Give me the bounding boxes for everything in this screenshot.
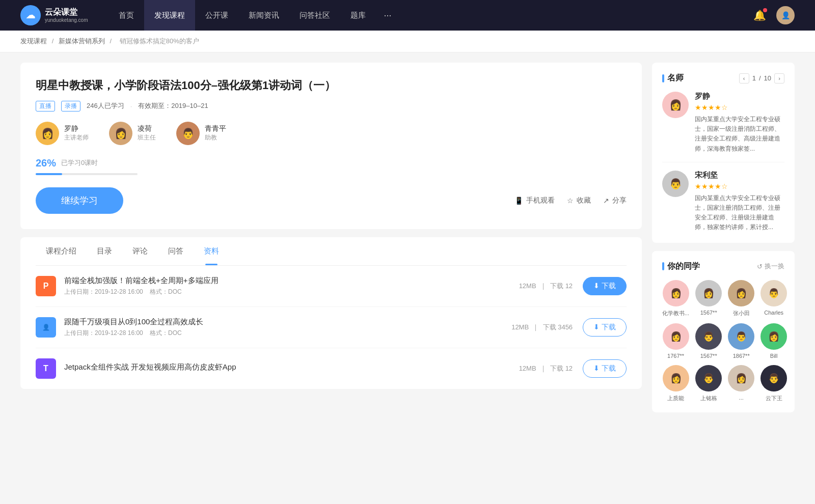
course-title: 明星中教授课，小学阶段语法100分–强化级第1讲动词（一） xyxy=(36,78,627,94)
classmate-9[interactable]: 👩 上质能 xyxy=(662,365,689,402)
teacher-stars-2: ★★★★☆ xyxy=(695,182,784,190)
classmate-5[interactable]: 👩 1767** xyxy=(662,323,689,359)
progress-bar-fill xyxy=(36,173,62,175)
teacher-2-role: 班主任 xyxy=(138,133,156,142)
classmate-12[interactable]: 👨 云下王 xyxy=(760,365,787,402)
classmate-name-9: 上质能 xyxy=(662,395,689,402)
classmate-avatar-8: 👩 xyxy=(760,323,787,350)
share-label: 分享 xyxy=(612,196,627,205)
resource-name-3: Jetpack全组件实战 开发短视频应用高仿皮皮虾App xyxy=(64,362,519,372)
teacher-profile-2: 👨 宋利坚 ★★★★☆ 国内某重点大学安全工程专业硕士，国家注册消防工程师、注册… xyxy=(662,171,784,233)
nav-discover[interactable]: 发现课程 xyxy=(144,0,195,31)
right-panel: 名师 ‹ 1 / 10 › 👩 罗静 ★★★★☆ 国内某重点大学安全工程专业硕士… xyxy=(652,63,795,412)
progress-label: 已学习0课时 xyxy=(61,158,98,167)
teacher-2-name: 凌荷 xyxy=(138,124,156,133)
nav-more[interactable]: ··· xyxy=(376,0,400,31)
resource-stats-3: 12MB ｜ 下载 12 xyxy=(519,364,573,373)
teacher-1: 👩 罗静 主讲老师 xyxy=(36,122,89,145)
classmate-avatar-2: 👩 xyxy=(695,280,722,306)
students-count: 246人已学习 xyxy=(87,101,124,110)
teachers-row: 👩 罗静 主讲老师 👩 凌荷 班主任 👨 青青平 xyxy=(36,122,627,145)
breadcrumb-series[interactable]: 新媒体营销系列 xyxy=(59,37,105,45)
teacher-profile-avatar-2: 👨 xyxy=(662,171,689,197)
logo-icon: ☁ xyxy=(20,5,41,25)
teacher-profile-avatar-1: 👩 xyxy=(662,92,689,118)
classmates-grid: 👩 化学教书... 👩 1567** 👩 张小田 👨 Charles 👩 xyxy=(662,280,784,402)
classmate-10[interactable]: 👨 上铭栋 xyxy=(695,365,722,402)
tab-intro[interactable]: 课程介绍 xyxy=(36,237,87,265)
nav-open[interactable]: 公开课 xyxy=(195,0,238,31)
nav-news[interactable]: 新闻资讯 xyxy=(238,0,289,31)
refresh-label: 换一换 xyxy=(765,262,784,271)
notification-dot xyxy=(763,8,767,12)
teacher-desc-2: 国内某重点大学安全工程专业硕士，国家注册消防工程师、注册安全工程师、注册级注册建… xyxy=(695,193,784,233)
tab-review[interactable]: 评论 xyxy=(122,237,158,265)
classmate-1[interactable]: 👩 化学教书... xyxy=(662,280,689,317)
breadcrumb: 发现课程 / 新媒体营销系列 / 销冠修炼术搞定80%的客户 xyxy=(0,31,815,52)
classmate-8[interactable]: 👩 Bill xyxy=(760,323,787,359)
teacher-3: 👨 青青平 助教 xyxy=(176,122,226,145)
classmate-avatar-6: 👨 xyxy=(695,323,722,350)
prev-page-btn[interactable]: ‹ xyxy=(739,73,749,83)
tab-qa[interactable]: 问答 xyxy=(158,237,194,265)
resource-stats-1: 12MB ｜ 下载 12 xyxy=(519,282,573,291)
user-avatar[interactable]: 👤 xyxy=(776,6,795,24)
classmate-11[interactable]: 👩 ... xyxy=(728,365,754,402)
course-meta: 直播 录播 246人已学习 · 有效期至：2019–10–21 xyxy=(36,101,627,111)
classmate-4[interactable]: 👨 Charles xyxy=(760,280,787,317)
notification-bell[interactable]: 🔔 xyxy=(753,9,766,21)
download-btn-2[interactable]: ⬇ 下载 xyxy=(583,318,627,337)
collect-link[interactable]: ☆ 收藏 xyxy=(567,196,591,205)
classmate-avatar-7: 👨 xyxy=(728,323,754,350)
classmate-name-6: 1567** xyxy=(695,353,722,359)
page-current: 1 xyxy=(752,74,756,82)
breadcrumb-discover[interactable]: 发现课程 xyxy=(20,37,47,45)
header-right: 🔔 👤 xyxy=(753,6,795,24)
teachers-section-header: 名师 ‹ 1 / 10 › xyxy=(662,73,784,83)
refresh-classmates-btn[interactable]: ↺ 换一换 xyxy=(757,262,784,271)
next-page-btn[interactable]: › xyxy=(774,73,784,83)
classmate-name-11: ... xyxy=(728,395,754,401)
classmate-name-1: 化学教书... xyxy=(662,310,689,317)
classmate-avatar-5: 👩 xyxy=(663,323,689,350)
teacher-3-role: 助教 xyxy=(205,133,226,142)
header: ☁ 云朵课堂 yunduoketang.com 首页 发现课程 公开课 新闻资讯… xyxy=(0,0,815,31)
tab-catalog[interactable]: 目录 xyxy=(87,237,122,265)
classmate-7[interactable]: 👨 1867** xyxy=(728,323,754,359)
nav-qa[interactable]: 问答社区 xyxy=(289,0,340,31)
collect-label: 收藏 xyxy=(577,196,591,205)
classmate-3[interactable]: 👩 张小田 xyxy=(728,280,754,317)
download-btn-3[interactable]: ⬇ 下载 xyxy=(583,359,627,378)
classmates-title: 你的同学 xyxy=(662,261,700,272)
classmate-2[interactable]: 👩 1567** xyxy=(695,280,722,317)
resource-item-2: 👤 跟随千万级项目从0到100全过程高效成长 上传日期：2019-12-28 1… xyxy=(36,307,627,348)
page-total: 10 xyxy=(764,74,771,82)
teacher-2: 👩 凌荷 班主任 xyxy=(109,122,156,145)
share-link[interactable]: ↗ 分享 xyxy=(603,196,627,205)
classmate-6[interactable]: 👨 1567** xyxy=(695,323,722,359)
mobile-icon: 📱 xyxy=(514,197,523,205)
badge-record: 录播 xyxy=(61,101,80,111)
progress-header: 26% 已学习0课时 xyxy=(36,157,627,169)
logo: ☁ 云朵课堂 yunduoketang.com xyxy=(20,5,88,25)
classmate-name-10: 上铭栋 xyxy=(695,395,722,402)
teacher-3-name: 青青平 xyxy=(205,124,226,133)
teacher-desc-1: 国内某重点大学安全工程专业硕士，国家一级注册消防工程师、注册安全工程师、高级注册… xyxy=(695,115,784,154)
expiry-date: 有效期至：2019–10–21 xyxy=(138,101,208,110)
nav-home[interactable]: 首页 xyxy=(108,0,144,31)
continue-button[interactable]: 继续学习 xyxy=(36,187,123,214)
star-icon: ☆ xyxy=(567,197,574,205)
course-card: 明星中教授课，小学阶段语法100分–强化级第1讲动词（一） 直播 录播 246人… xyxy=(20,63,642,229)
action-links: 📱 手机观看 ☆ 收藏 ↗ 分享 xyxy=(514,196,627,205)
classmate-avatar-1: 👩 xyxy=(663,280,689,306)
nav-quiz[interactable]: 题库 xyxy=(340,0,376,31)
refresh-icon: ↺ xyxy=(757,263,763,270)
mobile-watch-link[interactable]: 📱 手机观看 xyxy=(514,196,555,205)
teacher-1-name: 罗静 xyxy=(64,124,89,133)
resource-icon-1: P xyxy=(36,276,56,296)
teacher-profile-1: 👩 罗静 ★★★★☆ 国内某重点大学安全工程专业硕士，国家一级注册消防工程师、注… xyxy=(662,92,784,162)
tab-resource[interactable]: 资料 xyxy=(194,237,229,265)
download-btn-1[interactable]: ⬇ 下载 xyxy=(583,277,627,295)
teacher-profile-name-1: 罗静 xyxy=(695,92,784,101)
teacher-2-avatar: 👩 xyxy=(109,122,132,145)
